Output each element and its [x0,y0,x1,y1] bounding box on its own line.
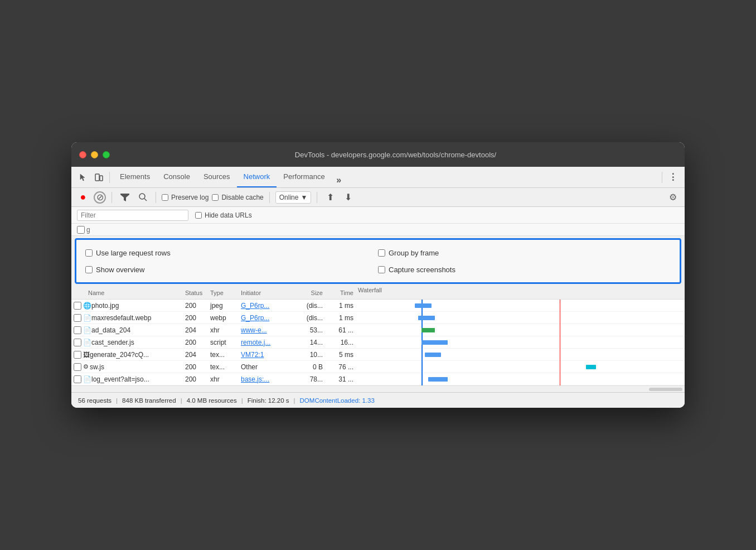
capture-screenshots-checkbox[interactable] [378,266,385,273]
capture-screenshots-option: Capture screenshots [378,266,671,274]
waterfall-bar [415,303,432,308]
header-size[interactable]: Size [294,290,325,296]
header-name[interactable]: Name [71,290,183,296]
hide-data-urls-checkbox[interactable]: Hide data URLs [195,211,252,219]
tab-bar: Elements Console Sources Network Perform… [113,167,346,187]
row-name-cell: 📄 maxresdefault.webp [71,314,183,322]
file-icon: 🌐 [83,302,91,310]
header-type[interactable]: Type [208,290,239,296]
svg-rect-1 [100,176,103,181]
tab-network[interactable]: Network [237,167,277,187]
row-name-cell: 📄 ad_data_204 [71,326,183,334]
table-row[interactable]: 🌐 photo.jpg 200 jpeg G_P6rp... (dis... 1… [71,300,685,312]
waterfall-bar [421,340,448,345]
row-name-cell: ⚙ sw.js [71,363,183,371]
finish-time: Finish: 12.20 s [248,397,289,404]
transferred-size: 848 KB transferred [122,397,176,404]
maximize-button[interactable] [103,151,110,158]
throttle-select[interactable]: Online ▼ [275,191,312,204]
cursor-icon[interactable] [76,170,90,185]
large-rows-checkbox[interactable] [85,249,93,257]
options-row-2: Show overview Capture screenshots [85,261,671,278]
tab-elements[interactable]: Elements [113,167,157,187]
network-sep-3 [269,192,270,203]
waterfall-bar [586,365,596,369]
devtools-body: Elements Console Sources Network Perform… [71,167,685,408]
capture-screenshots-label: Capture screenshots [389,266,455,274]
tab-performance[interactable]: Performance [277,167,331,187]
row-name-cell: 📄 log_event?alt=jso... [71,375,183,383]
filter-input[interactable] [77,210,188,221]
header-time[interactable]: Time [325,290,356,296]
gear-file-icon: ⚙ [83,363,89,370]
waterfall-bar [418,316,435,320]
network-sep-1 [112,192,112,203]
preserve-log-checkbox[interactable]: Preserve log [162,194,209,201]
disable-cache-checkbox[interactable]: Disable cache [212,194,263,201]
svg-line-3 [144,199,147,201]
requests-count: 56 requests [78,397,112,404]
table-row[interactable]: 🖼 generate_204?cQ... 204 tex... VM72:1 1… [71,349,685,361]
file-icon: 📄 [83,339,91,346]
group-by-frame-label: Group by frame [389,249,439,257]
network-sep-4 [317,192,317,203]
record-button[interactable]: ● [76,190,90,205]
file-icon: 📄 [83,375,91,383]
large-rows-label: Use large request rows [96,249,171,257]
devtools-window: DevTools - developers.google.com/web/too… [71,142,685,408]
dom-loaded: DOMContentLoaded: 1.33 [300,397,375,404]
minimize-button[interactable] [91,151,98,158]
search-icon[interactable] [135,190,150,205]
row-name-cell: 🖼 generate_204?cQ... [71,351,183,359]
close-button[interactable] [79,151,86,158]
table-row[interactable]: 📄 cast_sender.js 200 script remote.j... … [71,336,685,349]
table-row[interactable]: 📄 ad_data_204 204 xhr www-e... 53... 61 … [71,324,685,336]
import-icon[interactable]: ⬆ [323,190,337,205]
header-waterfall[interactable]: Waterfall [356,287,685,299]
header-initiator[interactable]: Initiator [239,290,294,296]
network-sep-2 [156,192,156,203]
header-status[interactable]: Status [183,290,208,296]
resources-size: 4.0 MB resources [187,397,237,404]
window-title: DevTools - developers.google.com/web/too… [114,151,677,159]
row-name-cell: 🌐 photo.jpg [71,302,183,310]
device-icon[interactable] [91,170,106,185]
export-icon[interactable]: ⬇ [341,190,355,205]
network-table: 🌐 photo.jpg 200 jpeg G_P6rp... (dis... 1… [71,300,685,392]
titlebar: DevTools - developers.google.com/web/too… [71,142,685,167]
group-by-frame-option: Group by frame [378,249,671,257]
file-icon: 📄 [83,314,91,322]
menu-button[interactable]: ⋮ [666,170,680,185]
svg-rect-0 [95,174,99,181]
horizontal-scrollbar[interactable] [71,385,685,392]
status-bar: 56 requests | 848 KB transferred | 4.0 M… [71,392,685,408]
toolbar-separator-2 [662,172,662,183]
clear-button[interactable]: ⊘ [94,191,106,204]
table-row[interactable]: ⚙ sw.js 200 tex... Other 0 B 76 ... [71,361,685,373]
options-row-1: Use large request rows Group by frame [85,244,671,261]
settings-icon[interactable]: ⚙ [666,190,680,205]
filter-row: Hide data URLs [71,207,685,224]
table-row[interactable]: 📄 log_event?alt=jso... 200 xhr base.js:.… [71,373,685,385]
row-name-cell: 📄 cast_sender.js [71,339,183,346]
waterfall-bar [421,328,435,332]
tab-sources[interactable]: Sources [197,167,237,187]
filter-icon[interactable] [118,190,132,205]
options-panel: Use large request rows Group by frame Sh… [75,238,681,284]
file-icon: 🖼 [83,351,90,359]
partial-row: g [71,224,685,236]
group-by-frame-checkbox[interactable] [378,249,385,257]
scrollbar-thumb[interactable] [649,388,682,391]
table-row[interactable]: 📄 maxresdefault.webp 200 webp G_P6rp... … [71,312,685,324]
show-overview-label: Show overview [96,266,144,274]
large-rows-option: Use large request rows [85,249,378,257]
show-overview-checkbox[interactable] [85,266,93,273]
more-tabs-button[interactable]: » [332,173,346,187]
waterfall-bar [425,353,442,357]
tab-console[interactable]: Console [157,167,197,187]
waterfall-bar [428,377,448,382]
file-icon: 📄 [83,326,91,334]
network-toolbar: ● ⊘ Preserve log Disable cache Online ▼ [71,188,685,207]
svg-point-2 [139,194,145,199]
red-time-line [560,300,561,312]
